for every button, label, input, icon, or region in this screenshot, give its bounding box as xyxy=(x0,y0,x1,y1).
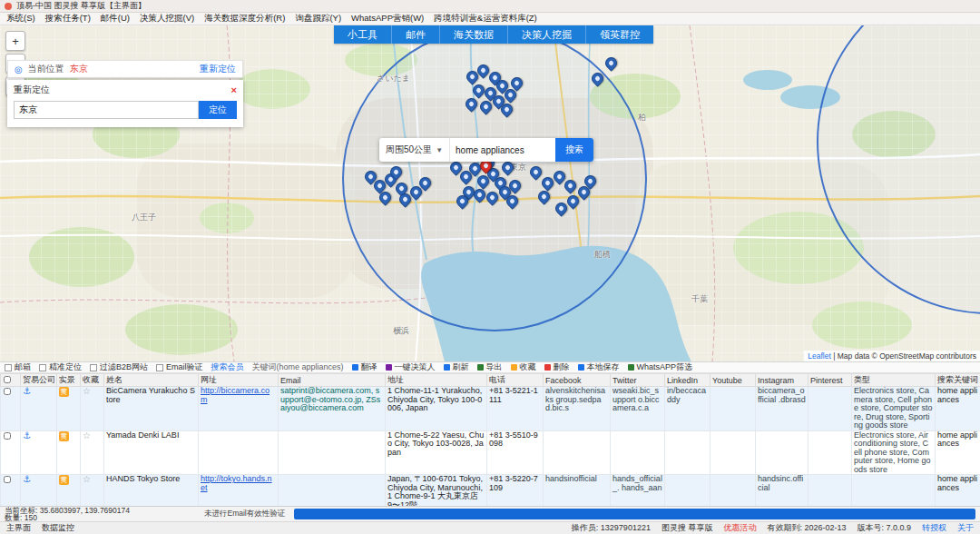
footer-link[interactable]: 转授权 xyxy=(922,522,946,534)
nav-tab[interactable]: 决策人挖掘 xyxy=(508,25,586,44)
menu-item[interactable]: 邮件(U) xyxy=(101,13,130,25)
column-header[interactable]: 电话 xyxy=(487,374,544,387)
column-header[interactable]: Youtube xyxy=(710,374,756,387)
footer-link[interactable]: 关于 xyxy=(957,522,974,534)
column-header[interactable]: Twitter xyxy=(611,374,665,387)
website-link[interactable]: http://biccamera.com xyxy=(201,387,270,404)
column-header[interactable]: 实景 xyxy=(57,374,81,387)
cell-twitter: hands_official_. hands_aan xyxy=(611,475,665,507)
radius-select[interactable]: 周围50公里 ▼ xyxy=(379,138,450,162)
promo-link[interactable]: 优惠活动 xyxy=(723,522,756,534)
relocate-link[interactable]: 重新定位 xyxy=(200,63,236,75)
menu-item[interactable]: 海关数据深度分析(R) xyxy=(204,13,285,25)
cell-keyword: home appliances xyxy=(936,430,980,475)
cell-phone: +81 3-5221-1111 xyxy=(487,387,544,431)
checkbox-icon[interactable] xyxy=(156,364,163,371)
nav-tab[interactable]: 领英群控 xyxy=(586,25,653,44)
column-header[interactable]: 类型 xyxy=(852,374,936,387)
cell-pinterest xyxy=(808,475,852,507)
toolbar-item[interactable]: 删除 xyxy=(544,361,570,373)
email-validation-status: 未进行Email有效性验证 xyxy=(204,509,285,519)
bottom-tab[interactable]: 主界面 xyxy=(6,522,31,534)
keyword-input[interactable] xyxy=(450,138,555,162)
search-button[interactable]: 搜索 xyxy=(555,138,593,162)
nav-tab[interactable]: 小工具 xyxy=(334,25,392,44)
toolbar-item[interactable]: 收藏 xyxy=(511,361,536,373)
favorite-cell: ☆ xyxy=(81,430,104,475)
nav-tab[interactable]: 海关数据 xyxy=(440,25,508,44)
row-checkbox[interactable] xyxy=(4,476,11,483)
favorite-star-icon[interactable]: ☆ xyxy=(83,430,91,440)
toolbar-item[interactable]: 翻译 xyxy=(352,361,377,373)
favorite-star-icon[interactable]: ☆ xyxy=(83,387,91,397)
column-header[interactable]: Instagram xyxy=(756,374,808,387)
cell-youtube xyxy=(710,430,756,475)
zoom-in-button[interactable]: + xyxy=(5,31,25,51)
column-header[interactable]: 搜索关键词 xyxy=(936,374,980,387)
select-all-checkbox[interactable] xyxy=(4,376,11,383)
cell-instagram: handsinc.official xyxy=(756,475,808,507)
cell-instagram xyxy=(756,430,808,475)
row-checkbox[interactable] xyxy=(4,432,11,440)
toolbar-item[interactable]: 刷新 xyxy=(444,361,469,373)
locate-button[interactable]: 定位 xyxy=(199,101,237,119)
toolbar-item-icon xyxy=(477,364,484,371)
trade-cell: ⚓ xyxy=(21,430,57,475)
table-row: ⚓黄☆HANDS Tokyo Storehttp://tokyo.hands.n… xyxy=(1,475,980,507)
column-header[interactable]: 贸易公司 xyxy=(21,374,57,387)
footer-info: 有效期到: 2026-02-13 xyxy=(767,522,846,534)
column-header[interactable]: Email xyxy=(279,374,386,387)
nav-tab[interactable]: 邮件 xyxy=(392,25,440,44)
toolbar-item-label: 关键词(home appliances) xyxy=(252,361,344,373)
website-link[interactable]: http://tokyo.hands.net xyxy=(201,475,272,492)
menu-item[interactable]: 搜索任务(T) xyxy=(45,13,91,25)
menu-item[interactable]: 询盘跟踪(Y) xyxy=(295,13,341,25)
cell-url xyxy=(199,430,279,475)
toolbar-item[interactable]: 关键词(home appliances) xyxy=(252,361,344,373)
window-titlebar: 顶易-中国 图灵搜 尊享版【主界面】 xyxy=(0,0,980,13)
row-checkbox[interactable] xyxy=(4,388,11,395)
column-header[interactable]: 姓名 xyxy=(104,374,199,387)
toolbar-item-icon xyxy=(544,364,551,371)
toolbar-item[interactable]: 邮箱 xyxy=(5,361,31,373)
cell-address: 1 Chome-5-22 Yaesu, Chuo City, Tokyo 103… xyxy=(386,430,487,475)
toolbar-item-label: 精准定位 xyxy=(49,361,82,373)
cell-pinterest xyxy=(808,430,852,475)
toolbar-item[interactable]: 本地保存 xyxy=(578,361,620,373)
status-bar: 当前坐标: 35.6803997, 139.7690174 数量: 150 未进… xyxy=(0,506,980,521)
toolbar-item[interactable]: 精准定位 xyxy=(39,361,82,373)
relocate-input[interactable] xyxy=(14,101,199,119)
checkbox-icon[interactable] xyxy=(39,364,46,371)
yellow-pages-badge: 黄 xyxy=(59,387,69,397)
column-header[interactable]: Pinterest xyxy=(808,374,852,387)
map-place-label: 千葉 xyxy=(691,293,708,305)
menu-item[interactable]: 系统(S) xyxy=(6,13,35,25)
leaflet-link[interactable]: Leaflet xyxy=(808,351,831,361)
cell-keyword: home appliances xyxy=(936,475,980,507)
toolbar-item[interactable]: WhatsAPP筛选 xyxy=(628,361,693,373)
map-canvas[interactable]: さいたま東京柏船橋千葉横浜八王子 + − × 小工具邮件海关数据决策人挖掘领英群… xyxy=(0,25,980,361)
toolbar-item[interactable]: Email验证 xyxy=(156,361,203,373)
checkbox-icon[interactable] xyxy=(5,364,12,371)
close-icon[interactable]: × xyxy=(231,84,237,95)
column-header[interactable]: Facebook xyxy=(544,374,611,387)
relocate-panel: 重新定位 × 定位 xyxy=(7,80,243,127)
toolbar-item[interactable]: 一键决策人 xyxy=(386,361,436,373)
trade-company-icon: ⚓ xyxy=(23,430,31,440)
menu-item[interactable]: 决策人挖掘(V) xyxy=(140,13,194,25)
cell-url: http://tokyo.hands.net xyxy=(199,475,279,507)
toolbar-item[interactable]: 过滤B2B网站 xyxy=(90,361,148,373)
checkbox-icon[interactable] xyxy=(90,364,97,371)
menu-item[interactable]: WhatsAPP营销(W) xyxy=(351,13,424,25)
column-header[interactable]: 地址 xyxy=(386,374,487,387)
column-header[interactable]: 收藏 xyxy=(81,374,104,387)
favorite-star-icon[interactable]: ☆ xyxy=(83,475,91,485)
menu-item[interactable]: 跨境特训营&运营资料库(Z) xyxy=(434,13,536,25)
toolbar-item[interactable]: 导出 xyxy=(477,361,503,373)
map-place-label: さいたま xyxy=(377,73,410,84)
toolbar-item-icon xyxy=(511,364,517,371)
column-header[interactable]: LinkedIn xyxy=(665,374,710,387)
bottom-tab[interactable]: 数据监控 xyxy=(42,522,74,534)
toolbar-item[interactable]: 搜索会员 xyxy=(211,361,244,373)
column-header[interactable]: 网址 xyxy=(199,374,279,387)
